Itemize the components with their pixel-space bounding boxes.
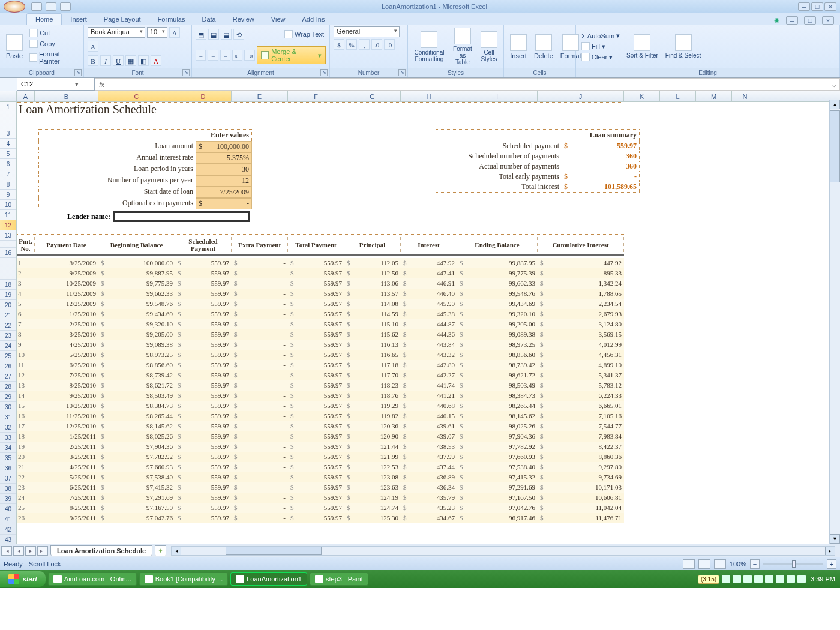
office-button[interactable] — [4, 1, 25, 13]
table-cell[interactable]: $98,384.73 — [457, 391, 538, 401]
table-cell[interactable]: $435.79 — [401, 493, 457, 503]
doc-minimize-button[interactable]: – — [786, 16, 798, 25]
align-left-button[interactable]: ≡ — [196, 50, 206, 61]
table-cell[interactable]: $559.97 — [288, 411, 344, 421]
decrease-decimal-button[interactable]: .0 — [384, 39, 395, 50]
row-header[interactable]: 1 — [0, 102, 16, 118]
input-value[interactable]: 7/25/2009 — [196, 187, 252, 198]
table-cell[interactable]: $97,782.92 — [457, 442, 538, 452]
table-cell[interactable]: $98,503.49 — [457, 380, 538, 391]
row-header[interactable]: 16 — [0, 248, 16, 258]
table-cell[interactable]: $440.68 — [401, 401, 457, 411]
format-painter-button[interactable]: Format Painter — [28, 50, 80, 65]
table-cell[interactable]: 21 — [17, 462, 35, 472]
table-cell[interactable]: $97,538.40 — [98, 472, 175, 482]
tray-icon[interactable] — [754, 575, 763, 583]
table-cell[interactable]: 8/25/2011 — [35, 503, 98, 513]
table-column-header[interactable]: Payment Date — [35, 235, 98, 254]
table-cell[interactable]: $441.74 — [401, 380, 457, 391]
prev-sheet-button[interactable]: ◂ — [13, 546, 24, 556]
last-sheet-button[interactable]: ▸I — [37, 546, 48, 556]
table-cell[interactable]: $- — [232, 329, 288, 340]
table-cell[interactable]: $123.08 — [344, 472, 401, 482]
column-header[interactable]: L — [660, 91, 696, 101]
tray-icon[interactable] — [765, 575, 773, 583]
table-cell[interactable]: $123.63 — [344, 482, 401, 493]
table-cell[interactable]: $- — [232, 421, 288, 431]
table-cell[interactable]: $895.33 — [538, 268, 624, 278]
border-button[interactable]: ▦ — [125, 55, 136, 66]
table-cell[interactable]: 8/25/2009 — [35, 258, 98, 268]
table-cell[interactable]: $99,887.95 — [98, 268, 175, 278]
table-cell[interactable]: $97,042.76 — [98, 513, 175, 523]
cell-styles-button[interactable]: Cell Styles — [478, 30, 500, 64]
table-cell[interactable]: $559.97 — [175, 462, 232, 472]
underline-button[interactable]: U — [113, 55, 124, 66]
table-cell[interactable]: $2,679.93 — [538, 309, 624, 319]
align-middle-button[interactable]: ⬓ — [208, 29, 219, 40]
table-cell[interactable]: $99,205.00 — [457, 319, 538, 329]
table-cell[interactable]: 10 — [17, 350, 35, 360]
minimize-button[interactable]: – — [798, 2, 810, 11]
table-cell[interactable]: $- — [232, 289, 288, 299]
table-cell[interactable]: $6,224.33 — [538, 391, 624, 401]
table-cell[interactable]: $- — [232, 258, 288, 268]
table-cell[interactable]: $446.91 — [401, 278, 457, 289]
close-button[interactable]: × — [824, 2, 836, 11]
table-cell[interactable]: $- — [232, 299, 288, 309]
table-cell[interactable]: $444.87 — [401, 319, 457, 329]
help-icon[interactable]: ◉ — [774, 16, 780, 25]
table-cell[interactable]: $10,606.81 — [538, 493, 624, 503]
column-header[interactable]: H — [401, 91, 457, 101]
column-header[interactable]: N — [732, 91, 758, 101]
table-cell[interactable]: 9/25/2009 — [35, 268, 98, 278]
table-cell[interactable]: $98,973.25 — [457, 340, 538, 350]
table-cell[interactable]: 10/25/2010 — [35, 401, 98, 411]
table-cell[interactable]: $559.97 — [288, 370, 344, 380]
table-cell[interactable]: $559.97 — [175, 513, 232, 523]
table-cell[interactable]: $98,145.62 — [457, 411, 538, 421]
column-header[interactable]: M — [696, 91, 732, 101]
table-cell[interactable]: $- — [232, 431, 288, 442]
table-cell[interactable]: $97,042.76 — [457, 503, 538, 513]
table-cell[interactable]: 9 — [17, 340, 35, 350]
row-header[interactable]: 11 — [0, 210, 16, 220]
table-cell[interactable]: 25 — [17, 503, 35, 513]
column-header[interactable]: G — [344, 91, 401, 101]
table-cell[interactable]: $- — [232, 513, 288, 523]
table-cell[interactable]: 4/25/2011 — [35, 462, 98, 472]
autosum-button[interactable]: Σ AutoSum ▾ — [580, 31, 622, 40]
table-cell[interactable]: 1 — [17, 258, 35, 268]
column-header[interactable]: K — [624, 91, 660, 101]
table-cell[interactable]: 1/25/2011 — [35, 431, 98, 442]
table-cell[interactable]: $98,856.60 — [98, 360, 175, 370]
row-header[interactable]: 28 — [0, 382, 16, 392]
number-dialog-launcher[interactable]: ↘ — [398, 69, 406, 76]
new-sheet-button[interactable]: ✦ — [155, 545, 166, 556]
table-cell[interactable]: $559.97 — [288, 401, 344, 411]
table-cell[interactable]: $435.23 — [401, 503, 457, 513]
name-box[interactable]: C12▾ — [17, 78, 95, 91]
normal-view-button[interactable] — [683, 559, 695, 569]
table-cell[interactable]: $121.99 — [344, 452, 401, 462]
table-cell[interactable]: 24 — [17, 493, 35, 503]
table-cell[interactable]: $119.82 — [344, 411, 401, 421]
row-header[interactable]: 10 — [0, 200, 16, 210]
percent-button[interactable]: % — [346, 39, 357, 50]
row-header[interactable]: 43 — [0, 535, 16, 544]
row-header[interactable]: 35 — [0, 453, 16, 463]
ribbon-tab-data[interactable]: Data — [193, 14, 224, 25]
table-cell[interactable]: $112.05 — [344, 258, 401, 268]
chevron-down-icon[interactable]: ▾ — [56, 80, 95, 88]
table-cell[interactable]: $5,341.37 — [538, 370, 624, 380]
table-cell[interactable]: 26 — [17, 513, 35, 523]
table-column-header[interactable]: Beginning Balance — [98, 235, 175, 254]
tray-icon[interactable] — [733, 575, 741, 583]
table-cell[interactable]: $98,503.49 — [98, 391, 175, 401]
table-cell[interactable]: $- — [232, 391, 288, 401]
scroll-down-arrow[interactable]: ▼ — [830, 534, 840, 544]
table-cell[interactable]: $- — [232, 462, 288, 472]
table-cell[interactable]: $559.97 — [288, 452, 344, 462]
lender-name-input[interactable] — [113, 211, 250, 222]
row-header[interactable]: 25 — [0, 351, 16, 361]
